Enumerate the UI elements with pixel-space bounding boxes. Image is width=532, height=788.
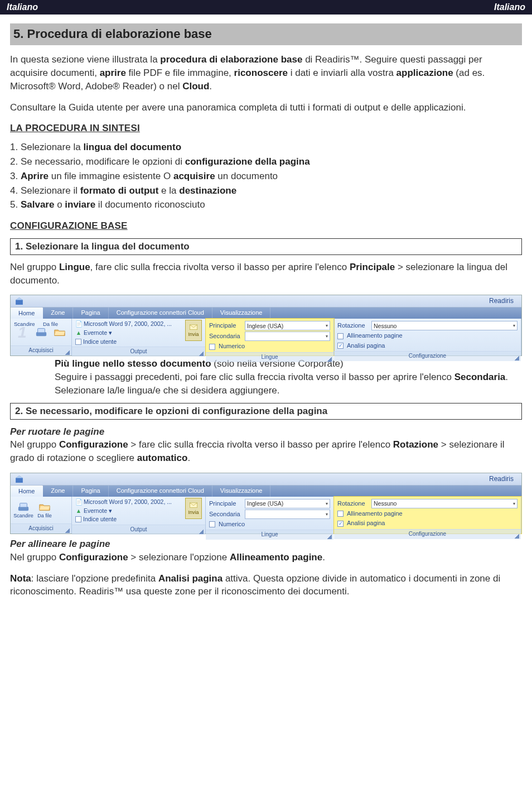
output-indice-button[interactable]: Indice utente [75,338,183,346]
ribbon-screenshot-2: Readiris Home Zone Pagina Configurazione… [10,473,522,534]
app-title: Readiris [489,474,514,484]
label-analisi: Analisi pagina [347,519,385,527]
page-header: Italiano Italiano [0,0,532,15]
step-1: 1. Selezionare la lingua del documento [10,141,522,154]
group-label-configurazione: Configurazione [409,353,446,359]
checkbox-numerico[interactable] [209,521,215,527]
step-2: 2. Se necessario, modificare le opzioni … [10,155,522,169]
word-icon: 📄 [75,321,82,328]
subhead-ruotare: Per ruotare le pagine [10,425,522,439]
group-label-lingue: Lingue [261,354,278,360]
tab-connettori[interactable]: Configurazione connettori Cloud [109,486,212,497]
dropdown-secondaria[interactable]: ▾ [245,510,330,519]
subhead-configurazione: CONFIGURAZIONE BASE [10,219,522,233]
group-label-lingue: Lingue [261,531,278,537]
ribbon-screenshot-1: Readiris Home Zone Pagina Configurazione… [10,295,522,356]
intro-paragraph-2: Consultare la Guida utente per avere una… [10,101,522,114]
intro-paragraph-1: In questa sezione viene illustrata la pr… [10,53,522,93]
tab-zone[interactable]: Zone [43,486,73,497]
checkbox-icon [75,339,81,345]
step-3: 3. Aprire un file immagine esistente O a… [10,170,522,183]
label-principale: Principale [209,321,241,330]
ribbon-tabs: Home Zone Pagina Configurazione connetto… [11,486,521,497]
output-evernote-button[interactable]: ▲Evernote▾ [75,329,183,337]
svg-rect-1 [37,329,45,333]
ribbon-tabs: Home Zone Pagina Configurazione connetto… [11,307,521,319]
header-left: Italiano [7,1,38,13]
allineare-paragraph: Nel gruppo Configurazione > selezionare … [10,551,522,564]
lingue-paragraph: Nel gruppo Lingue, fare clic sulla frecc… [10,261,522,287]
tab-home[interactable]: Home [11,307,43,319]
step-4: 4. Selezionare il formato di output e la… [10,184,522,198]
group-label-acquisisci: Acquisisci [28,347,53,353]
label-rotazione: Rotazione [337,499,368,508]
checkbox-icon [75,516,81,522]
checkbox-analisi[interactable]: ✓ [337,343,344,349]
label-secondaria: Secondaria [209,332,241,340]
group-label-output: Output [130,526,147,532]
tab-visualizzazione[interactable]: Visualizzazione [212,486,271,497]
label-numerico: Numerico [219,520,245,528]
word-icon: 📄 [75,498,82,505]
section-title: 5. Procedura di elaborazione base [10,23,522,45]
chevron-down-icon: ▾ [326,501,328,507]
nota-paragraph: Nota: lasciare l'opzione predefinita Ana… [10,572,522,599]
checkbox-analisi[interactable]: ✓ [337,521,344,527]
checkbox-allineamento[interactable] [337,511,344,517]
from-file-button[interactable]: Da file [35,499,54,521]
group-label-configurazione: Configurazione [409,531,446,537]
scanner-icon [17,501,30,512]
scanner-icon [35,326,47,338]
envelope-icon [189,323,198,331]
invia-button[interactable]: Invia [185,498,202,519]
app-title: Readiris [489,296,514,306]
corporate-note: Più lingue nello stesso documento (solo … [55,357,522,397]
svg-rect-4 [20,503,27,507]
output-indice-button[interactable]: Indice utente [75,515,183,523]
label-rotazione: Rotazione [337,321,368,330]
folder-open-icon [54,326,66,338]
checkbox-numerico[interactable] [209,344,215,350]
dropdown-secondaria[interactable]: ▾ [245,331,330,341]
chevron-down-icon: ▾ [326,323,328,329]
output-word-button[interactable]: 📄Microsoft Word 97, 2000, 2002, ... [75,320,183,328]
chevron-down-icon: ▾ [326,333,328,339]
label-allineamento: Allineamento pagine [347,510,403,518]
label-analisi: Analisi pagina [347,342,385,350]
chevron-down-icon: ▾ [513,323,515,329]
app-logo-icon[interactable] [11,295,27,307]
label-numerico: Numerico [219,342,245,350]
tab-pagina[interactable]: Pagina [73,486,108,497]
tab-connettori[interactable]: Configurazione connettori Cloud [109,307,212,319]
output-word-button[interactable]: 📄Microsoft Word 97, 2000, 2002, ... [75,498,183,506]
dropdown-principale[interactable]: Inglese (USA)▾ [245,499,330,508]
dropdown-principale[interactable]: Inglese (USA)▾ [245,321,330,330]
checkbox-allineamento[interactable] [337,333,344,339]
step-5: 5. Salvare o inviare il documento ricono… [10,198,522,212]
ruotare-paragraph: Nel gruppo Configurazione > fare clic su… [10,438,522,465]
folder-open-icon [38,501,51,512]
chevron-down-icon: ▾ [513,501,515,507]
label-principale: Principale [209,499,241,508]
group-acquisisci-top: Scandire [14,320,35,328]
tab-visualizzazione[interactable]: Visualizzazione [212,307,271,319]
label-allineamento: Allineamento pagine [347,331,403,340]
scan-button[interactable]: Scandire [14,499,33,521]
output-evernote-button[interactable]: ▲Evernote▾ [75,507,183,515]
steps-list: 1. Selezionare la lingua del documento 2… [10,141,522,212]
header-right: Italiano [494,1,525,13]
boxed-step-1: 1. Selezionare la lingua del documento [10,238,522,255]
tab-pagina[interactable]: Pagina [73,307,108,319]
label-secondaria: Secondaria [209,510,241,518]
dropdown-rotazione[interactable]: Nessuno▾ [371,321,518,330]
chevron-down-icon: ▾ [326,511,328,517]
dropdown-rotazione[interactable]: Nessuno▾ [371,499,518,508]
tab-zone[interactable]: Zone [43,307,73,319]
evernote-icon: ▲ [75,507,82,514]
boxed-step-2: 2. Se necessario, modificare le opzioni … [10,403,522,420]
tab-home[interactable]: Home [11,486,43,497]
invia-button[interactable]: Invia [185,320,202,341]
app-logo-icon[interactable] [11,473,27,485]
envelope-icon [189,501,198,509]
group-label-output: Output [130,348,147,354]
